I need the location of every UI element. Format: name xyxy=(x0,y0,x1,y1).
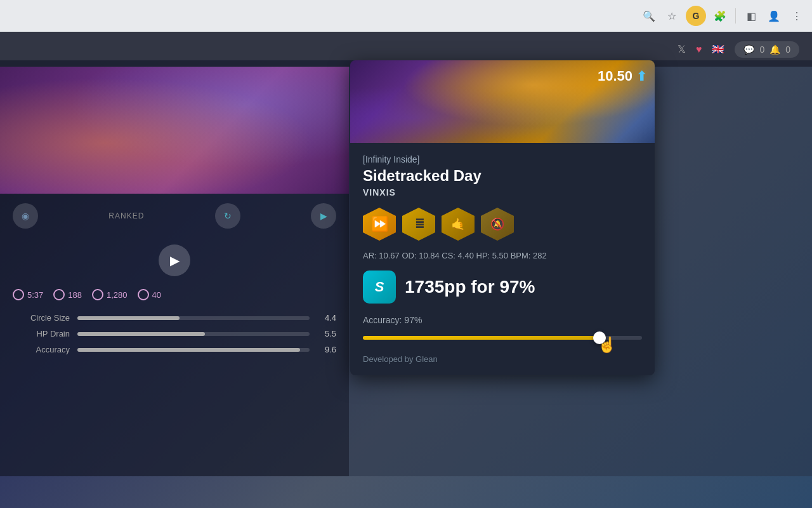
bookmark-icon[interactable]: ☆ xyxy=(663,7,681,25)
player-control-3[interactable]: ▶ xyxy=(311,203,336,229)
beatmap-cover xyxy=(0,67,349,194)
pp-popup-card: 10.50 ⬆ [Infinity Inside] Sidetracked Da… xyxy=(350,60,655,375)
stat-another: 40 xyxy=(138,289,161,300)
browser-toolbar: 🔍 ☆ G 🧩 ◧ 👤 ⋮ xyxy=(0,0,812,32)
song-title: Sidetracked Day xyxy=(363,167,642,185)
rank-badge: S xyxy=(363,271,396,304)
popup-body: [Infinity Inside] Sidetracked Day VINXIS… xyxy=(350,143,655,375)
mod-hd[interactable]: ≣ xyxy=(402,208,435,241)
song-artist: VINXIS xyxy=(363,187,642,197)
star-rating-value: 10.50 xyxy=(598,68,632,84)
ext2-icon[interactable]: ◧ xyxy=(742,7,760,25)
song-set: [Infinity Inside] xyxy=(363,154,642,164)
player-control-2[interactable]: ↻ xyxy=(215,203,240,229)
slider-thumb[interactable] xyxy=(593,331,606,344)
diff-row-cs: Circle Size 4.4 xyxy=(13,313,336,323)
chat-icon: 💬 xyxy=(743,44,754,55)
objects-icon xyxy=(92,289,103,300)
mod-rx[interactable]: 🤙 xyxy=(442,208,475,241)
pp-value: 1735pp for 97% xyxy=(405,277,535,297)
chat-count: 0 xyxy=(759,44,764,55)
twitter-icon[interactable]: 𝕏 xyxy=(678,43,686,55)
mod-dt-icon: ⏩ xyxy=(371,216,388,232)
stat-time: 5:37 xyxy=(13,289,43,300)
slider-track xyxy=(363,336,642,340)
avatar-icon[interactable]: 👤 xyxy=(765,7,783,25)
beatmap-stats: 5:37 188 1,280 40 xyxy=(0,289,349,300)
mod-rx-icon: 🤙 xyxy=(451,217,465,231)
bell-icon: 🔔 xyxy=(769,44,780,55)
heart-icon[interactable]: ♥ xyxy=(696,44,702,55)
diff-row-hp: HP Drain 5.5 xyxy=(13,329,336,338)
bell-count: 0 xyxy=(785,44,790,55)
menu-icon[interactable]: ⋮ xyxy=(788,7,806,25)
puzzle-icon[interactable]: 🧩 xyxy=(711,7,729,25)
another-icon xyxy=(138,289,149,300)
ext1-icon[interactable]: G xyxy=(686,6,706,26)
beatmap-controls: ▶ xyxy=(0,232,349,289)
developed-by: Developed by Glean xyxy=(363,354,642,364)
accuracy-section: Accuracy: 97% ☝ xyxy=(363,315,642,345)
slider-fill xyxy=(363,336,606,340)
diff-row-acc: Accuracy 9.6 xyxy=(13,345,336,354)
beatmap-area: ◉ RANKED ↻ ▶ ▶ 5:37 188 1,280 40 Circle … xyxy=(0,67,349,476)
flag-icon[interactable]: 🇬🇧 xyxy=(712,43,724,55)
time-icon xyxy=(13,289,24,300)
mods-row: ⏩ ≣ 🤙 🔕 xyxy=(363,208,642,241)
stat-bpm: 188 xyxy=(53,289,82,300)
mod-nm-icon: 🔕 xyxy=(490,217,504,231)
accuracy-label: Accuracy: 97% xyxy=(363,315,642,325)
mod-hd-icon: ≣ xyxy=(415,217,423,231)
notifications-widget[interactable]: 💬 0 🔔 0 xyxy=(735,41,799,58)
mod-dt[interactable]: ⏩ xyxy=(363,208,396,241)
mod-nm[interactable]: 🔕 xyxy=(481,208,514,241)
play-button[interactable]: ▶ xyxy=(159,244,190,276)
player-control-1[interactable]: ◉ xyxy=(13,203,38,229)
nav-social-links: 𝕏 ♥ 🇬🇧 💬 0 🔔 0 xyxy=(678,41,799,58)
bpm-icon xyxy=(53,289,65,300)
zoom-icon[interactable]: 🔍 xyxy=(640,7,658,25)
chevron-up-icon: ⬆ xyxy=(636,69,647,84)
ranked-label: RANKED xyxy=(108,211,144,220)
toolbar-divider xyxy=(735,8,736,23)
stat-objects: 1,280 xyxy=(92,289,128,300)
pp-row: S 1735pp for 97% xyxy=(363,271,642,304)
beatmap-params: AR: 10.67 OD: 10.84 CS: 4.40 HP: 5.50 BP… xyxy=(363,251,642,260)
star-rating: 10.50 ⬆ xyxy=(598,68,647,84)
accuracy-slider[interactable]: ☝ xyxy=(363,330,642,345)
popup-banner: 10.50 ⬆ xyxy=(350,60,655,143)
difficulty-bars: Circle Size 4.4 HP Drain 5.5 Accuracy 9.… xyxy=(0,300,349,373)
